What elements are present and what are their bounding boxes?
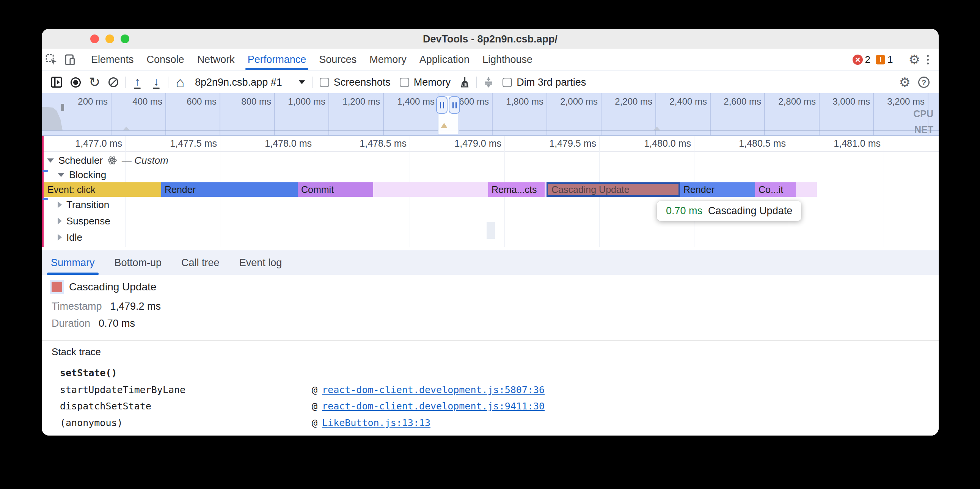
render-bar[interactable]: Render <box>161 183 298 197</box>
overview-tick: 2,000 ms <box>541 96 598 107</box>
flame-chart[interactable]: Scheduler — Custom Blocking Event: click… <box>42 152 939 250</box>
device-toolbar-icon[interactable] <box>61 49 80 70</box>
track-scheduler[interactable]: Scheduler — Custom <box>47 153 169 168</box>
source-link[interactable]: react-dom-client.development.js:5807:36 <box>322 384 545 395</box>
record-button[interactable] <box>67 74 84 90</box>
ruler-tick: 1,478.0 ms <box>240 138 312 149</box>
selection-left-handle[interactable] <box>436 96 447 114</box>
tab-bottom-up[interactable]: Bottom-up <box>115 250 162 275</box>
history-selected-item: 8p2n9n.csb.app #1 <box>195 76 282 88</box>
overview-tick: 3,200 ms <box>868 96 924 107</box>
duration-label: Duration <box>52 318 90 329</box>
warning-badge[interactable]: ! 1 <box>876 54 893 65</box>
stack-frame-fn: dispatchSetState <box>60 401 151 412</box>
clear-recording-icon[interactable] <box>105 74 122 90</box>
track-blocking-label: Blocking <box>69 169 106 181</box>
scrollbar-thumb[interactable] <box>487 222 495 239</box>
error-badge[interactable]: 2 <box>853 54 870 65</box>
track-idle-label: Idle <box>66 232 82 243</box>
inspect-element-icon[interactable] <box>42 49 61 70</box>
track-transition[interactable]: Transition <box>58 198 109 211</box>
duration-value: 0.70 ms <box>99 318 135 329</box>
tab-performance[interactable]: Performance <box>248 49 306 70</box>
divider <box>82 54 82 65</box>
flame-bars-row: Event: click Render Commit Rema...cts Ca… <box>42 183 939 197</box>
ruler-tick: 1,477.0 ms <box>50 138 122 149</box>
tooltip-label: Cascading Update <box>708 205 792 217</box>
warning-count: 1 <box>888 54 893 65</box>
help-icon[interactable]: ? <box>918 76 929 88</box>
memory-checkbox[interactable] <box>400 78 409 87</box>
idle-span-bar-tail[interactable] <box>796 183 817 197</box>
timeline-overview[interactable]: 200 ms 400 ms 600 ms 800 ms 1,000 ms 1,2… <box>42 93 939 136</box>
dim-3rd-parties-checkbox-row[interactable]: Dim 3rd parties <box>503 76 586 88</box>
divider <box>312 76 313 88</box>
overview-tick: 200 ms <box>51 96 108 107</box>
render-bar-2[interactable]: Render <box>680 183 755 197</box>
timestamp-label: Timestamp <box>52 301 102 312</box>
tab-summary[interactable]: Summary <box>51 250 95 275</box>
collapse-sections-icon[interactable] <box>480 74 497 90</box>
history-dropdown[interactable]: 8p2n9n.csb.app #1 <box>195 76 305 88</box>
overview-tick: 1,400 ms <box>378 96 434 107</box>
overview-tick: 3,400 ms <box>922 96 939 107</box>
reload-and-record-icon[interactable]: ↻ <box>86 74 103 90</box>
event-click-bar[interactable]: Event: click <box>44 183 161 197</box>
window-titlebar: DevTools - 8p2n9n.csb.app/ <box>42 29 939 49</box>
source-link[interactable]: LikeButton.js:13:13 <box>322 418 430 428</box>
tab-application[interactable]: Application <box>420 49 469 70</box>
net-lane-label: NET <box>915 124 933 135</box>
tab-network[interactable]: Network <box>197 49 235 70</box>
tab-sources[interactable]: Sources <box>319 49 356 70</box>
overview-tick: 1,800 ms <box>487 96 544 107</box>
screenshots-label: Screenshots <box>334 76 391 88</box>
tab-lighthouse[interactable]: Lighthouse <box>482 49 533 70</box>
overview-tick: 2,600 ms <box>704 96 761 107</box>
cascading-update-bar[interactable]: Cascading Update <box>547 183 680 197</box>
load-profile-icon[interactable]: ↑ <box>129 74 146 90</box>
selection-right-handle[interactable] <box>449 96 460 114</box>
screenshots-checkbox-row[interactable]: Screenshots <box>320 76 391 88</box>
memory-label: Memory <box>414 76 451 88</box>
cpu-activity-spike <box>61 104 64 111</box>
remaining-effects-bar[interactable]: Rema...cts <box>488 183 545 197</box>
at-symbol: @ <box>312 384 317 395</box>
ruler-tick: 1,477.5 ms <box>145 138 217 149</box>
overview-tick: 2,800 ms <box>759 96 816 107</box>
memory-checkbox-row[interactable]: Memory <box>400 76 451 88</box>
ruler-tick: 1,479.5 ms <box>524 138 596 149</box>
chevron-down-icon <box>299 80 305 84</box>
track-idle[interactable]: Idle <box>58 230 82 244</box>
dim-3rd-parties-checkbox[interactable] <box>503 78 512 87</box>
home-icon[interactable]: ⌂ <box>172 74 188 90</box>
commit-bar[interactable]: Commit <box>298 183 373 197</box>
more-options-icon[interactable] <box>925 54 930 66</box>
tab-event-log[interactable]: Event log <box>239 250 282 275</box>
track-suspense[interactable]: Suspense <box>58 214 110 228</box>
tab-memory[interactable]: Memory <box>369 49 407 70</box>
tab-call-tree[interactable]: Call tree <box>181 250 220 275</box>
tab-elements[interactable]: Elements <box>91 49 134 70</box>
react-atom-icon <box>107 156 117 165</box>
tab-console[interactable]: Console <box>147 49 184 70</box>
track-scheduler-label: Scheduler <box>59 155 103 167</box>
commit-bar-2[interactable]: Co...it <box>755 183 796 197</box>
settings-gear-icon[interactable]: ⚙ <box>909 52 920 67</box>
toggle-sidebar-icon[interactable] <box>48 74 65 90</box>
divider <box>168 76 169 88</box>
track-blocking[interactable]: Blocking <box>58 168 106 182</box>
divider <box>42 340 939 341</box>
garbage-collect-icon[interactable] <box>456 74 473 90</box>
track-kind-label: — Custom <box>122 155 169 167</box>
screenshots-checkbox[interactable] <box>320 78 329 87</box>
devtools-window: DevTools - 8p2n9n.csb.app/ Elements Cons… <box>42 29 939 435</box>
source-link[interactable]: react-dom-client.development.js:9411:30 <box>322 401 545 412</box>
window-title: DevTools - 8p2n9n.csb.app/ <box>42 29 939 49</box>
save-profile-icon[interactable]: ↓ <box>148 74 165 90</box>
capture-settings-gear-icon[interactable]: ⚙ <box>899 75 911 90</box>
cpu-activity-bump <box>123 127 130 130</box>
at-symbol: @ <box>312 418 317 428</box>
stack-frame-fn: startUpdateTimerByLane <box>60 384 185 395</box>
track-suspense-label: Suspense <box>66 215 110 227</box>
overview-tick: 2,200 ms <box>595 96 652 107</box>
